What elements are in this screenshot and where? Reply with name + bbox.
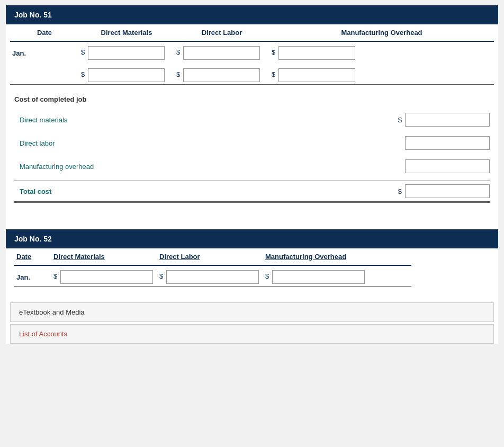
cost-dm-input[interactable] [405,113,490,127]
table-row: $ $ $ [10,64,494,85]
mfg-input-52[interactable] [272,270,365,284]
mfg-dollar-row2: $ [272,70,275,78]
dm-input-row2[interactable] [88,68,165,82]
cost-total-dollar: $ [398,187,402,195]
cost-total-label: Total cost [14,187,120,195]
job52-title: Job No. 52 [14,235,52,243]
col-mfg-51: Manufacturing Overhead [269,24,494,41]
job51-header: Job No. 51 [6,5,498,24]
cost-total-input[interactable] [405,184,490,198]
table-row: Jan. $ $ $ [10,41,494,64]
cost-mfg-label: Manufacturing overhead [14,163,120,171]
cost-dl-right [405,136,490,150]
cost-dl-label: Direct labor [14,139,120,147]
col-dm-51: Direct Materials [79,24,174,41]
dl-input-row1[interactable] [183,46,260,60]
mfg-input-row1[interactable] [278,46,355,60]
cost-dl-row: Direct labor [14,134,490,152]
mfg-dollar-52: $ [265,272,269,280]
col-dl-51: Direct Labor [174,24,269,41]
cost-mfg-row: Manufacturing overhead [14,157,490,175]
mfg-input-row2[interactable] [278,68,355,82]
job52-col-headers: Date Direct Materials Direct Labor Manuf… [14,248,411,265]
dm-input-row1[interactable] [88,46,165,60]
dm-dollar-row2: $ [81,70,85,78]
dl-cell-row2: $ [174,64,269,85]
dl-dollar-row2: $ [176,70,180,78]
cost-total-row: Total cost $ [14,181,490,203]
cost-dl-input[interactable] [405,136,490,150]
cost-title: Cost of completed job [14,95,490,103]
col-date-51: Date [10,24,79,41]
list-of-accounts-button[interactable]: List of Accounts [10,324,494,344]
dm-cell-52: $ [51,265,157,287]
cost-section: Cost of completed job Direct materials $… [6,85,498,213]
dm-cell-row2: $ [79,64,174,85]
job51-title: Job No. 51 [14,11,52,19]
col-date-52: Date [14,248,51,265]
dm-dollar-row1: $ [81,48,85,56]
col-dm-52: Direct Materials [51,248,157,265]
date-jan-row1: Jan. [10,41,79,64]
job52-section: Job No. 52 Date Direct Materials Direct … [6,229,498,287]
date-jan-52: Jan. [14,265,51,287]
cost-total-right: $ [398,184,490,198]
cost-mfg-input[interactable] [405,159,490,173]
cost-dm-label: Direct materials [14,116,120,124]
mfg-cell-row2: $ [269,64,494,85]
dl-input-row2[interactable] [183,68,260,82]
mfg-cell-row1: $ [269,41,494,64]
dm-cell-row1: $ [79,41,174,64]
col-dl-52: Direct Labor [157,248,263,265]
job52-header: Job No. 52 [6,229,498,248]
dl-input-52[interactable] [166,270,259,284]
col-mfg-52: Manufacturing Overhead [263,248,411,265]
mfg-cell-52: $ [263,265,411,287]
mfg-dollar-row1: $ [272,48,275,56]
dl-dollar-row1: $ [176,48,180,56]
dl-dollar-52: $ [159,272,163,280]
table-row: Jan. $ $ $ [14,265,411,287]
cost-dm-row: Direct materials $ [14,111,490,129]
dl-cell-row1: $ [174,41,269,64]
cost-dm-dollar: $ [398,116,402,124]
etextbook-button[interactable]: eTextbook and Media [10,302,494,322]
cost-dm-right: $ [398,113,490,127]
dm-input-52[interactable] [60,270,153,284]
bottom-buttons: eTextbook and Media List of Accounts [6,302,498,344]
date-empty-row2 [10,64,79,85]
dl-cell-52: $ [157,265,263,287]
cost-mfg-right [405,159,490,173]
dm-dollar-52: $ [53,272,57,280]
